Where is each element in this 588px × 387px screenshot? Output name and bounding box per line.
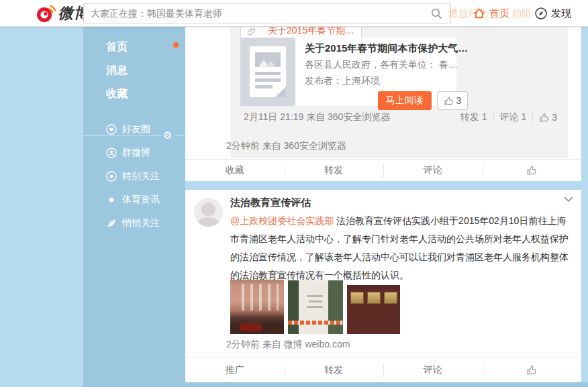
document-illustration: [250, 46, 286, 97]
photo-activity-center-building[interactable]: [230, 280, 284, 334]
post1-source: 2分钟前 来自 360安全浏览器: [226, 140, 346, 152]
friends-circle-label: 好友圈: [122, 123, 150, 135]
article-card-body: 关于2015年春节期间本市保护大气… 各区县人民政府，各有关单位： 春… 发布者…: [295, 38, 475, 106]
article-like-count: 3: [456, 95, 462, 106]
sidebar-messages-label: 消息: [106, 64, 128, 76]
sports-news-label: 体育资讯: [122, 194, 160, 206]
top-header: 微博 燃放行为 劝阻 首页 发现: [0, 0, 588, 27]
sidebar-favorites-label: 收藏: [106, 88, 128, 99]
nav-home-label: 首页: [489, 7, 509, 20]
home-icon: [473, 7, 486, 20]
post-card-2: 法治教育宣传评估 @上政校团委社会实践部 法治教育宣传评估实践小组于2015年0…: [185, 190, 581, 382]
leaf-icon: [106, 218, 117, 229]
search-icon[interactable]: [431, 8, 442, 19]
paperclip-icon: [248, 27, 256, 36]
mention-link[interactable]: @上政校团委社会实践部: [230, 215, 334, 226]
comment-action[interactable]: 评论: [383, 357, 483, 382]
sidebar-item-quiet-follow[interactable]: 悄悄关注: [106, 217, 208, 229]
group-weibo-label: 群微博: [122, 147, 150, 159]
article-like-button[interactable]: 3: [437, 91, 469, 110]
article-title: 关于2015年春节期间本市保护大气…: [305, 42, 468, 55]
article-summary: 各区县人民政府，各有关单位： 春…: [305, 59, 468, 71]
person-circle-icon: [106, 148, 117, 158]
page-bottom-strip: [185, 382, 588, 387]
left-sidebar: 首页 消息 收藏 ⚙ 好友圈: [83, 27, 185, 387]
photo-signboard-pillar[interactable]: [288, 280, 343, 334]
heart-circle-icon: [106, 124, 117, 135]
nav-discover[interactable]: 发现: [534, 0, 571, 27]
weibo-eye-icon: [36, 3, 56, 23]
sidebar-item-favorites[interactable]: 收藏: [106, 87, 208, 101]
read-now-button[interactable]: 马上阅读: [378, 91, 432, 110]
post2-text: @上政校团委社会实践部 法治教育宣传评估实践小组于2015年02月10日前往上海…: [230, 212, 574, 284]
repost-action[interactable]: 转发: [285, 357, 384, 382]
quote-like-count[interactable]: 3: [539, 112, 557, 123]
background-bleed-text: 劝阻: [511, 7, 532, 20]
quote-stats: 转发 1 评论 1 3: [460, 111, 557, 123]
photo-plaques-wall[interactable]: [347, 285, 400, 334]
special-follow-label: 特别关注: [122, 170, 160, 182]
quoted-post-block: 关于2015年春节期… 关于2015年春节期间本市保护大气… 各区县人民政府，各…: [230, 15, 568, 158]
weibo-page: 微博 燃放行为 劝阻 首页 发现 首: [0, 0, 588, 387]
quote-meta: 2月11日 21:19 来自 360安全浏览器: [244, 111, 390, 123]
sidebar-item-special-follow[interactable]: 特别关注: [106, 170, 208, 182]
post1-action-bar: 收藏 转发 评论: [185, 159, 581, 181]
sidebar-item-friends-circle[interactable]: 好友圈: [106, 123, 208, 135]
article-thumbnail: [240, 38, 295, 106]
sidebar-item-messages[interactable]: 消息: [106, 64, 208, 78]
weibo-logo[interactable]: 微博: [36, 3, 89, 23]
article-card[interactable]: 关于2015年春节期间本市保护大气… 各区县人民政府，各有关单位： 春… 发布者…: [240, 38, 456, 106]
quiet-follow-label: 悄悄关注: [122, 217, 160, 229]
repost-action[interactable]: 转发: [285, 160, 384, 181]
chip-separator: [262, 26, 262, 36]
quote-repost-count[interactable]: 转发 1: [460, 111, 487, 123]
sidebar-item-group-weibo[interactable]: 群微博: [106, 147, 208, 159]
compass-icon: [534, 7, 548, 20]
article-publisher: 发布者：上海环境: [305, 75, 468, 87]
nav-discover-label: 发现: [551, 7, 571, 20]
post2-action-bar: 推广 转发 评论: [185, 357, 581, 382]
dot-icon: [106, 195, 117, 205]
chevron-down-icon[interactable]: [564, 197, 573, 203]
post2-username[interactable]: 法治教育宣传评估: [230, 197, 311, 209]
notification-dot: [173, 42, 179, 48]
sidebar-home-label: 首页: [106, 41, 128, 52]
nav-home[interactable]: 首页: [473, 0, 509, 27]
search-bar: [83, 3, 451, 23]
post2-source: 2分钟前 来自 微博 weibo.com: [226, 339, 350, 351]
promote-action[interactable]: 推广: [185, 357, 285, 382]
sidebar-item-sports-news[interactable]: 体育资讯: [106, 194, 208, 206]
quote-comment-count[interactable]: 评论 1: [500, 111, 527, 123]
comment-action[interactable]: 评论: [383, 160, 483, 181]
search-input[interactable]: [84, 8, 431, 19]
like-action[interactable]: [483, 357, 582, 382]
post-card-1: 关于2015年春节期… 关于2015年春节期间本市保护大气… 各区县人民政府，各…: [185, 27, 581, 181]
like-action[interactable]: [483, 160, 582, 181]
sidebar-item-home[interactable]: 首页: [106, 40, 208, 54]
target-circle-icon: [106, 171, 117, 182]
quote-footer: 2月11日 21:19 来自 360安全浏览器 转发 1 评论 1 3: [244, 111, 557, 123]
post2-photos: [230, 280, 400, 334]
